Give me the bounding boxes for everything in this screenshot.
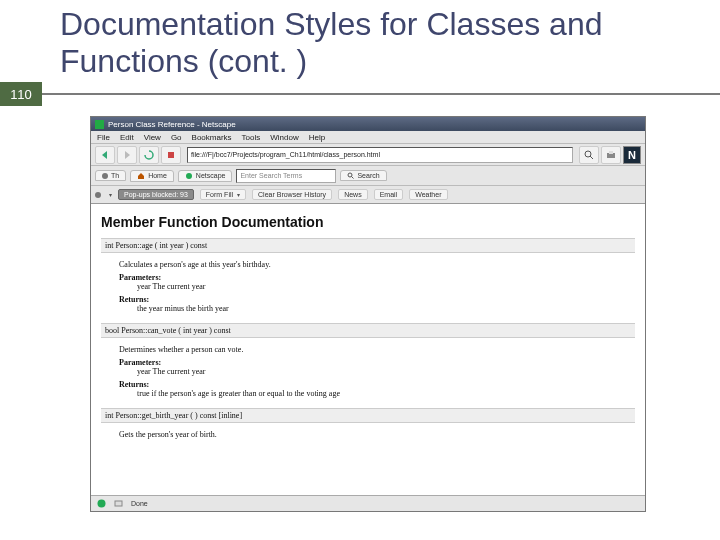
menu-tools[interactable]: Tools [242, 133, 261, 142]
menu-edit[interactable]: Edit [120, 133, 134, 142]
search-placeholder: Enter Search Terms [240, 172, 302, 179]
page-content: Member Function Documentation int Person… [91, 204, 645, 495]
stop-button[interactable] [161, 146, 181, 164]
popups-blocked-button[interactable]: Pop-ups blocked: 93 [118, 189, 194, 200]
svg-rect-10 [115, 501, 122, 506]
param-item: year The current year [137, 282, 631, 291]
params-label: Parameters: [119, 358, 631, 367]
chevron-down-icon [235, 191, 240, 198]
browser-window: Person Class Reference - Netscape File E… [90, 116, 646, 512]
svg-line-3 [590, 156, 593, 159]
menu-bookmarks[interactable]: Bookmarks [192, 133, 232, 142]
function-doc: Determines whether a person can vote. Pa… [101, 338, 635, 402]
returns-text: the year minus the birth year [137, 304, 631, 313]
app-icon [95, 120, 104, 129]
dot-icon [102, 173, 108, 179]
tab-toolbar: Th Home Netscape Enter Search Terms Sear… [91, 166, 645, 186]
news-button[interactable]: News [338, 189, 368, 200]
status-text: Done [131, 500, 148, 507]
dot-icon [95, 192, 101, 198]
section-heading: Member Function Documentation [101, 214, 635, 230]
popups-label: Pop-ups blocked: 93 [124, 191, 188, 198]
tab-home-label: Home [148, 172, 167, 179]
nav-toolbar: file:///F|/bcc7/Projects/program_Ch11/ht… [91, 144, 645, 166]
params-label: Parameters: [119, 273, 631, 282]
window-titlebar: Person Class Reference - Netscape [91, 117, 645, 131]
window-title: Person Class Reference - Netscape [108, 120, 236, 129]
function-signature: int Person::age ( int year ) const [101, 238, 635, 253]
weather-button[interactable]: Weather [409, 189, 447, 200]
function-desc: Determines whether a person can vote. [119, 345, 631, 354]
home-icon [137, 172, 145, 180]
formfill-button[interactable]: Form Fill [200, 189, 246, 200]
stop-icon [166, 150, 176, 160]
menu-help[interactable]: Help [309, 133, 325, 142]
clear-history-button[interactable]: Clear Browser History [252, 189, 332, 200]
function-signature: int Person::get_birth_year ( ) const [in… [101, 408, 635, 423]
info-toolbar: Pop-ups blocked: 93 Form Fill Clear Brow… [91, 186, 645, 204]
search-button-label: Search [357, 172, 379, 179]
function-doc: Calculates a person's age at this year's… [101, 253, 635, 317]
search-icon [584, 150, 594, 160]
svg-point-6 [186, 173, 192, 179]
returns-label: Returns: [119, 380, 631, 389]
search-input[interactable]: Enter Search Terms [236, 169, 336, 183]
back-button[interactable] [95, 146, 115, 164]
statusbar: Done [91, 495, 645, 511]
mail-icon [114, 499, 123, 508]
function-desc: Gets the person's year of birth. [119, 430, 631, 439]
print-icon [606, 150, 616, 160]
function-doc: Gets the person's year of birth. [101, 423, 635, 446]
svg-line-8 [352, 177, 354, 179]
function-desc: Calculates a person's age at this year's… [119, 260, 631, 269]
forward-icon [122, 150, 132, 160]
email-button[interactable]: Email [374, 189, 404, 200]
news-label: News [344, 191, 362, 198]
reload-button[interactable] [139, 146, 159, 164]
netscape-icon [185, 172, 193, 180]
returns-text: true if the person's age is greater than… [137, 389, 631, 398]
menubar: File Edit View Go Bookmarks Tools Window… [91, 131, 645, 144]
email-label: Email [380, 191, 398, 198]
menu-window[interactable]: Window [270, 133, 298, 142]
param-item: year The current year [137, 367, 631, 376]
netscape-badge[interactable]: N [623, 146, 641, 164]
forward-button[interactable] [117, 146, 137, 164]
tab-home[interactable]: Home [130, 170, 174, 182]
menu-file[interactable]: File [97, 133, 110, 142]
search-button[interactable]: Search [340, 170, 386, 181]
search-nav-button[interactable] [579, 146, 599, 164]
search-icon [347, 172, 354, 179]
svg-point-9 [98, 500, 106, 508]
url-field[interactable]: file:///F|/bcc7/Projects/program_Ch11/ht… [187, 147, 573, 163]
formfill-label: Form Fill [206, 191, 233, 198]
tab-th-label: Th [111, 172, 119, 179]
svg-rect-5 [609, 151, 613, 154]
tab-th[interactable]: Th [95, 170, 126, 181]
returns-label: Returns: [119, 295, 631, 304]
chevron-down-icon[interactable] [107, 191, 112, 198]
menu-go[interactable]: Go [171, 133, 182, 142]
menu-view[interactable]: View [144, 133, 161, 142]
print-button[interactable] [601, 146, 621, 164]
function-signature: bool Person::can_vote ( int year ) const [101, 323, 635, 338]
clear-label: Clear Browser History [258, 191, 326, 198]
globe-icon [97, 499, 106, 508]
svg-rect-0 [95, 120, 104, 129]
slide-title: Documentation Styles for Classes and Fun… [0, 0, 720, 86]
url-text: file:///F|/bcc7/Projects/program_Ch11/ht… [191, 151, 380, 158]
reload-icon [144, 150, 154, 160]
back-icon [100, 150, 110, 160]
weather-label: Weather [415, 191, 441, 198]
tab-netscape[interactable]: Netscape [178, 170, 233, 182]
svg-rect-1 [168, 152, 174, 158]
slide-number: 110 [0, 82, 42, 106]
svg-point-7 [348, 173, 352, 177]
title-divider [42, 93, 720, 95]
tab-netscape-label: Netscape [196, 172, 226, 179]
